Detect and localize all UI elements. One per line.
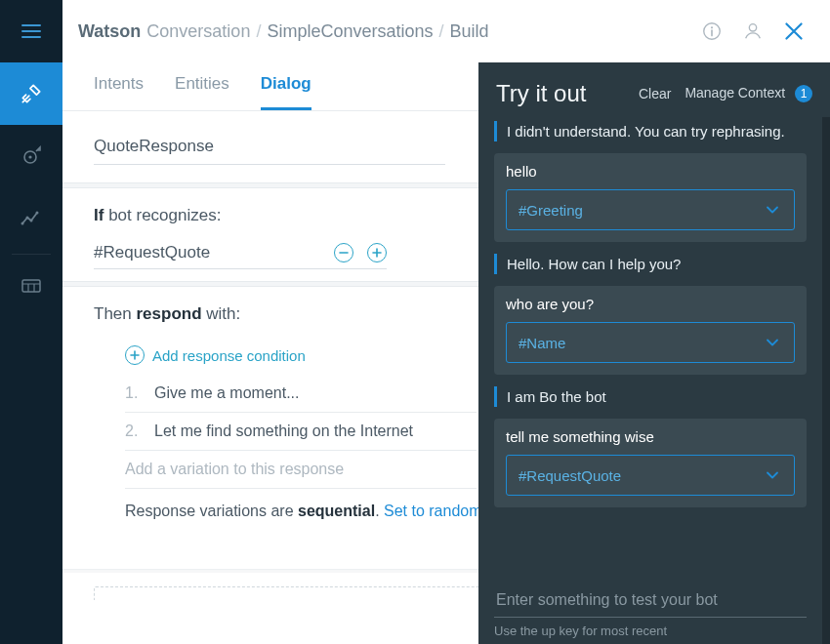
bot-message: I am Bo the bot bbox=[494, 386, 807, 407]
response-number: 2. bbox=[125, 423, 141, 440]
tab-intents[interactable]: Intents bbox=[94, 74, 144, 110]
plus-icon bbox=[372, 248, 382, 258]
hamburger-icon bbox=[20, 20, 43, 43]
bot-message: Hello. How can I help you? bbox=[494, 254, 807, 274]
plus-circle-icon bbox=[125, 345, 145, 365]
intent-value: #Name bbox=[519, 335, 565, 351]
user-turn: who are you? #Name bbox=[494, 286, 807, 375]
user-turn: hello #Greeting bbox=[494, 153, 807, 242]
chevron-down-icon bbox=[763, 333, 782, 352]
breadcrumb-sep: / bbox=[256, 21, 261, 42]
top-bar: Watson Conversation / SimpleConversation… bbox=[62, 0, 830, 62]
try-it-out-panel: Try it out Clear Manage Context 1 I didn… bbox=[478, 62, 830, 644]
user-turn: tell me something wise #RequestQuote bbox=[494, 419, 807, 507]
then-prefix: Then bbox=[94, 304, 132, 323]
bot-message: I didn't understand. You can try rephras… bbox=[494, 121, 807, 141]
svg-point-5 bbox=[36, 212, 39, 215]
svg-point-1 bbox=[28, 155, 31, 158]
set-to-random-link[interactable]: Set to random bbox=[384, 503, 482, 519]
breadcrumb-project[interactable]: SimpleConversations bbox=[267, 21, 433, 42]
seq-prefix: Response variations are bbox=[125, 503, 298, 519]
minus-icon bbox=[339, 248, 349, 258]
chevron-down-icon bbox=[763, 200, 782, 220]
manage-context-button[interactable]: Manage Context 1 bbox=[685, 85, 812, 102]
svg-rect-6 bbox=[22, 280, 40, 292]
hamburger-menu-button[interactable] bbox=[0, 0, 62, 62]
svg-point-2 bbox=[21, 222, 24, 225]
rail-target-button[interactable] bbox=[0, 125, 62, 187]
variation-mode-line: Response variations are sequential. Set … bbox=[125, 503, 516, 520]
close-icon bbox=[781, 19, 807, 44]
close-button[interactable] bbox=[781, 19, 807, 44]
svg-point-9 bbox=[749, 24, 756, 31]
chevron-down-icon bbox=[763, 465, 782, 485]
main-area: Watson Conversation / SimpleConversation… bbox=[62, 0, 830, 644]
condition-input[interactable]: #RequestQuote bbox=[94, 243, 322, 262]
breadcrumb: Watson Conversation / SimpleConversation… bbox=[78, 21, 684, 42]
conversation-stream: I didn't understand. You can try rephras… bbox=[478, 117, 830, 576]
rail-build-button[interactable] bbox=[0, 62, 62, 125]
if-suffix: bot recognizes: bbox=[108, 206, 221, 224]
rail-analytics-button[interactable] bbox=[0, 187, 62, 250]
then-suffix: with: bbox=[206, 304, 240, 323]
intent-select[interactable]: #Greeting bbox=[506, 189, 795, 230]
response-number: 1. bbox=[125, 384, 141, 402]
user-message: tell me something wise bbox=[506, 428, 795, 445]
input-hint: Use the up key for most recent bbox=[494, 624, 807, 638]
condition-row: #RequestQuote bbox=[94, 237, 387, 269]
user-button[interactable] bbox=[740, 19, 766, 44]
card-grid-icon bbox=[20, 274, 43, 298]
user-message: hello bbox=[506, 163, 795, 180]
left-rail bbox=[0, 0, 62, 644]
user-icon bbox=[742, 20, 764, 42]
intent-value: #RequestQuote bbox=[519, 467, 621, 484]
clear-button[interactable]: Clear bbox=[639, 86, 671, 101]
info-button[interactable] bbox=[699, 19, 725, 44]
seq-period: . bbox=[375, 503, 384, 519]
response-row[interactable]: 1. Give me a moment... bbox=[125, 375, 477, 413]
breadcrumb-sep: / bbox=[438, 21, 443, 42]
try-it-input[interactable] bbox=[494, 584, 807, 618]
add-response-condition-label: Add response condition bbox=[152, 347, 306, 364]
target-icon bbox=[20, 144, 43, 168]
if-strong: If bbox=[94, 206, 104, 224]
plus-icon bbox=[130, 350, 140, 360]
svg-point-4 bbox=[30, 220, 33, 222]
rail-catalog-button[interactable] bbox=[0, 262, 62, 309]
node-name-input[interactable]: QuoteResponse bbox=[94, 129, 445, 165]
response-text: Let me find something on the Internet bbox=[154, 423, 413, 440]
add-variation-input[interactable]: Add a variation to this response bbox=[125, 451, 477, 489]
tools-icon bbox=[19, 81, 44, 106]
then-strong: respond bbox=[136, 304, 201, 323]
response-list: 1. Give me a moment... 2. Let me find so… bbox=[125, 375, 477, 489]
tab-entities[interactable]: Entities bbox=[175, 74, 229, 110]
panel-header: Try it out Clear Manage Context 1 bbox=[478, 62, 830, 117]
tab-dialog[interactable]: Dialog bbox=[261, 74, 311, 110]
manage-context-label: Manage Context bbox=[685, 85, 785, 101]
brand-strong: Watson bbox=[78, 21, 141, 42]
panel-footer: Use the up key for most recent bbox=[478, 576, 830, 644]
info-icon bbox=[701, 20, 723, 42]
remove-condition-button[interactable] bbox=[334, 243, 353, 262]
svg-point-8 bbox=[711, 26, 713, 28]
intent-value: #Greeting bbox=[519, 202, 583, 219]
breadcrumb-page: Build bbox=[450, 21, 489, 42]
seq-strong: sequential bbox=[298, 503, 375, 519]
brand-light: Conversation bbox=[146, 21, 250, 42]
response-row[interactable]: 2. Let me find something on the Internet bbox=[125, 413, 477, 451]
svg-point-3 bbox=[26, 217, 29, 220]
line-chart-icon bbox=[20, 207, 43, 230]
intent-select[interactable]: #RequestQuote bbox=[506, 455, 795, 496]
user-message: who are you? bbox=[506, 296, 795, 312]
add-condition-button[interactable] bbox=[367, 243, 387, 262]
intent-select[interactable]: #Name bbox=[506, 322, 795, 363]
manage-context-badge: 1 bbox=[795, 85, 812, 102]
panel-title: Try it out bbox=[496, 80, 625, 107]
response-text: Give me a moment... bbox=[154, 384, 300, 402]
rail-divider bbox=[12, 254, 51, 255]
